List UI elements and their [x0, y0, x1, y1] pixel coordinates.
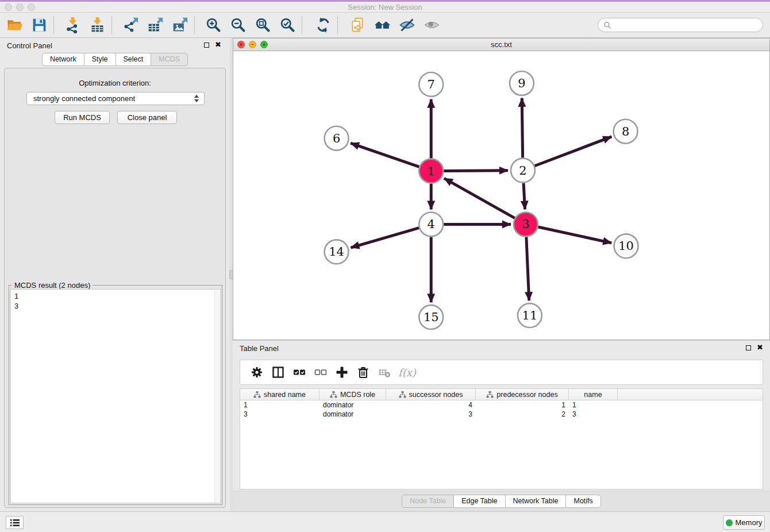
result-scrollbar[interactable] [214, 290, 220, 502]
export-image-button[interactable] [168, 14, 192, 36]
search-icon [603, 21, 611, 29]
edge-3-1[interactable] [444, 178, 515, 218]
zoom-selected-button[interactable] [275, 14, 300, 36]
node-1[interactable]: 1 [419, 159, 443, 183]
node-label: 7 [428, 78, 435, 91]
table-tab-motifs[interactable]: Motifs [565, 495, 600, 508]
search-input[interactable] [611, 21, 763, 29]
column-header-name[interactable]: name [569, 389, 618, 400]
apply-layout-button[interactable] [311, 14, 336, 36]
close-panel-icon[interactable]: ✖ [215, 40, 221, 49]
table-tab-network-table[interactable]: Network Table [505, 495, 567, 508]
main-titlebar[interactable]: Session: New Session [0, 2, 770, 13]
cell-mcds-role: dominator [319, 400, 386, 410]
column-header-mcds-role[interactable]: MCDS role [319, 389, 386, 400]
edge-3-10[interactable] [538, 227, 611, 243]
node-8[interactable]: 8 [614, 119, 638, 144]
table-tab-edge-table[interactable]: Edge Table [453, 495, 505, 508]
open-network-file-button[interactable] [345, 14, 370, 36]
node-10[interactable]: 10 [614, 234, 638, 258]
mcds-panel: Optimization criterion: strongly connect… [4, 68, 226, 508]
zoom-out-button[interactable] [226, 14, 251, 36]
window-title: Session: New Session [0, 3, 770, 11]
close-table-panel-icon[interactable]: ✖ [757, 343, 763, 352]
node-11[interactable]: 11 [518, 303, 542, 327]
export-network-button[interactable] [118, 14, 143, 36]
toolbar-separator [302, 17, 302, 34]
node-3[interactable]: 3 [514, 212, 538, 236]
column-header-predecessor-nodes[interactable]: predecessor nodes [476, 389, 569, 400]
memory-button[interactable]: Memory [723, 515, 765, 530]
task-history-button[interactable] [6, 516, 24, 529]
toolbar-separator [194, 17, 195, 34]
memory-status-dot [726, 519, 733, 526]
node-label: 14 [329, 245, 344, 259]
plus-icon [336, 366, 348, 379]
search-field[interactable] [598, 18, 763, 32]
delete-column-button[interactable] [352, 362, 374, 383]
tab-select[interactable]: Select [116, 53, 152, 66]
table-toolbar: f(x) [240, 360, 763, 385]
table-body: 1dominator4113dominator323 [240, 400, 763, 419]
home-button[interactable] [370, 14, 395, 36]
checked-boxes-icon [293, 366, 306, 379]
tab-mcds[interactable]: MCDS [151, 53, 188, 66]
create-column-button[interactable] [331, 362, 352, 383]
table-tab-node-table[interactable]: Node Table [402, 495, 454, 508]
import-network-button[interactable] [60, 14, 85, 36]
network-canvas[interactable]: 7968124314101511 [233, 51, 769, 340]
function-builder-button[interactable]: f(x) [398, 367, 416, 379]
node-6[interactable]: 6 [325, 126, 349, 151]
mcds-result-text[interactable]: 13 [10, 289, 221, 503]
node-14[interactable]: 14 [325, 240, 349, 264]
import-table-button[interactable] [85, 14, 110, 36]
control-panel-tabs: NetworkStyleSelectMCDS [0, 53, 230, 66]
edge-4-14[interactable] [351, 228, 419, 248]
hide-selected-button[interactable] [395, 14, 419, 36]
node-2[interactable]: 2 [511, 159, 535, 183]
close-panel-button[interactable]: Close panel [117, 111, 177, 124]
mcds-result-line: 3 [14, 301, 217, 311]
column-header-successor-nodes[interactable]: successor nodes [386, 389, 476, 400]
open-session-button[interactable] [2, 14, 27, 36]
tab-style[interactable]: Style [84, 53, 116, 66]
edge-2-8[interactable] [534, 137, 611, 166]
zoom-fit-button[interactable] [251, 14, 275, 36]
edge-1-2[interactable] [444, 171, 508, 171]
edge-1-6[interactable] [351, 143, 419, 167]
save-session-button[interactable] [27, 14, 52, 36]
table-row[interactable]: 1dominator411 [240, 400, 763, 410]
node-label: 3 [522, 217, 529, 231]
node-7[interactable]: 7 [419, 72, 443, 97]
float-table-panel-icon[interactable] [746, 345, 751, 350]
hide-all-columns-button[interactable] [310, 362, 331, 383]
import-network-icon [64, 17, 81, 33]
zoom-in-button[interactable] [201, 14, 226, 36]
network-graph[interactable]: 7968124314101511 [233, 51, 769, 340]
edge-2-9[interactable] [522, 98, 522, 158]
column-header-shared-name[interactable]: shared name [240, 389, 319, 400]
table-settings-button[interactable] [246, 362, 267, 383]
show-all-button[interactable] [419, 14, 444, 36]
network-window-titlebar[interactable]: × − + scc.txt [233, 38, 769, 51]
node-label: 10 [618, 239, 634, 253]
tab-network[interactable]: Network [42, 53, 84, 66]
export-table-button[interactable] [143, 14, 168, 36]
edge-2-3[interactable] [523, 183, 525, 210]
edge-3-11[interactable] [526, 237, 529, 300]
node-15[interactable]: 15 [419, 305, 443, 329]
network-window-title: scc.txt [233, 40, 769, 49]
node-label: 8 [622, 125, 629, 138]
delete-table-button[interactable] [374, 362, 395, 383]
node-4[interactable]: 4 [419, 212, 443, 236]
node-label: 4 [428, 217, 435, 231]
run-mcds-button[interactable]: Run MCDS [55, 111, 110, 124]
node-9[interactable]: 9 [510, 71, 534, 95]
show-all-columns-button[interactable] [288, 362, 310, 383]
table-row[interactable]: 3dominator323 [240, 410, 763, 419]
column-layout-button[interactable] [267, 362, 288, 383]
float-panel-icon[interactable] [204, 43, 209, 48]
cell-name: 3 [569, 410, 618, 419]
criterion-select[interactable]: strongly connected component [26, 92, 205, 105]
cell-name: 1 [569, 400, 618, 410]
